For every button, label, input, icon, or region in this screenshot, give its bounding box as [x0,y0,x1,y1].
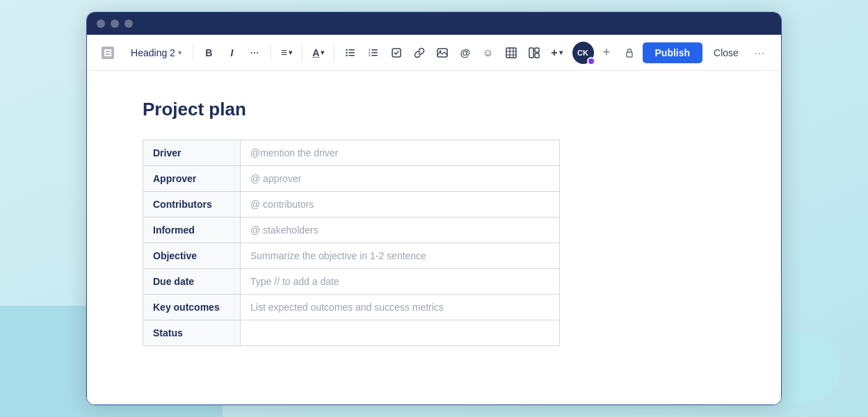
task-button[interactable] [386,42,406,63]
bullet-list-button[interactable] [340,42,360,63]
link-button[interactable] [409,42,429,63]
italic-button[interactable]: I [222,42,242,63]
svg-point-4 [346,51,347,53]
svg-text:3: 3 [369,54,371,57]
editor-toolbar: Heading 2 ▾ B I ··· ≡ ▾ [87,35,781,71]
toolbar-divider-1 [193,44,193,61]
plus-icon: + [551,47,557,59]
toolbar-divider-4 [334,44,335,61]
add-collaborator-button[interactable]: + [597,42,617,63]
table-cell-value[interactable]: @mention the driver [241,140,560,166]
table-cell-value[interactable]: @ approver [241,166,560,192]
page-background: Heading 2 ▾ B I ··· ≡ ▾ [0,0,868,417]
table-row: Status [143,320,560,346]
table-row: Key outcomesList expected outcomes and s… [143,295,560,320]
table-cell-label: Informed [143,218,241,243]
table-button[interactable] [501,42,521,63]
publish-button[interactable]: Publish [643,42,703,63]
table-cell-label: Due date [143,269,241,295]
chevron-down-icon: ▾ [178,49,182,56]
align-button[interactable]: ≡ ▾ [277,42,296,63]
heading-selector[interactable]: Heading 2 ▾ [125,44,187,61]
table-cell-label: Contributors [143,192,241,218]
table-cell-value[interactable]: @ stakeholders [241,218,560,243]
table-cell-label: Status [143,320,241,346]
more-format-button[interactable]: ··· [245,42,265,63]
image-button[interactable] [432,42,452,63]
svg-rect-21 [535,48,539,52]
svg-rect-2 [348,55,355,56]
table-cell-value[interactable]: Type // to add a date [241,269,560,295]
editor-window: Heading 2 ▾ B I ··· ≡ ▾ [86,12,782,405]
restrict-button[interactable] [620,42,640,63]
svg-point-3 [346,49,347,50]
svg-rect-15 [506,48,516,58]
numbered-list-button[interactable]: 1 2 3 [363,42,383,63]
table-cell-value[interactable]: Summarize the objective in 1-2 sentence [241,243,560,269]
chevron-down-icon-align: ▾ [289,49,292,56]
app-logo [98,43,117,63]
heading-label: Heading 2 [131,47,175,58]
user-avatar[interactable]: CK [572,42,594,64]
document-title: Project plan [143,99,725,120]
svg-rect-20 [529,48,533,58]
emoji-button[interactable]: ☺ [478,42,498,63]
align-icon: ≡ [281,47,287,59]
title-bar [87,13,781,35]
table-row: Approver@ approver [143,166,560,192]
table-row: Driver@mention the driver [143,140,560,166]
svg-rect-22 [535,54,539,58]
table-cell-value[interactable]: List expected outcomes and success metri… [241,295,560,320]
svg-rect-1 [348,52,355,54]
table-cell-label: Objective [143,243,241,269]
more-options-button[interactable]: ··· [750,42,770,63]
table-cell-value[interactable]: @ contributors [241,192,560,218]
table-cell-label: Key outcomes [143,295,241,320]
insert-button[interactable]: + ▾ [547,42,566,63]
chevron-down-icon-insert: ▾ [559,49,563,56]
avatar-badge [587,57,595,65]
window-dot-1 [97,19,105,28]
table-row: ObjectiveSummarize the objective in 1-2 … [143,243,560,269]
svg-rect-13 [437,49,447,57]
table-cell-value[interactable] [241,320,560,346]
toolbar-divider-3 [302,44,303,61]
table-cell-label: Approver [143,166,241,192]
chevron-down-icon-color: ▾ [321,49,324,56]
close-button[interactable]: Close [705,42,747,63]
window-dot-3 [124,19,133,28]
table-cell-label: Driver [143,140,241,166]
table-row: Informed@ stakeholders [143,218,560,243]
table-row: Due dateType // to add a date [143,269,560,295]
mention-button[interactable]: @ [455,42,475,63]
layout-button[interactable] [524,42,544,63]
project-info-table: Driver@mention the driverApprover@ appro… [143,140,560,346]
svg-point-5 [346,54,347,56]
svg-rect-6 [371,49,378,51]
svg-rect-7 [371,52,378,54]
svg-rect-0 [348,49,355,51]
svg-rect-8 [371,55,378,56]
toolbar-divider-2 [271,44,271,61]
editor-content: Project plan Driver@mention the driverAp… [87,71,781,404]
table-row: Contributors@ contributors [143,192,560,218]
window-dot-2 [111,19,119,28]
text-color-button[interactable]: A ▾ [308,42,328,63]
bold-button[interactable]: B [199,42,219,63]
svg-rect-23 [627,52,632,57]
